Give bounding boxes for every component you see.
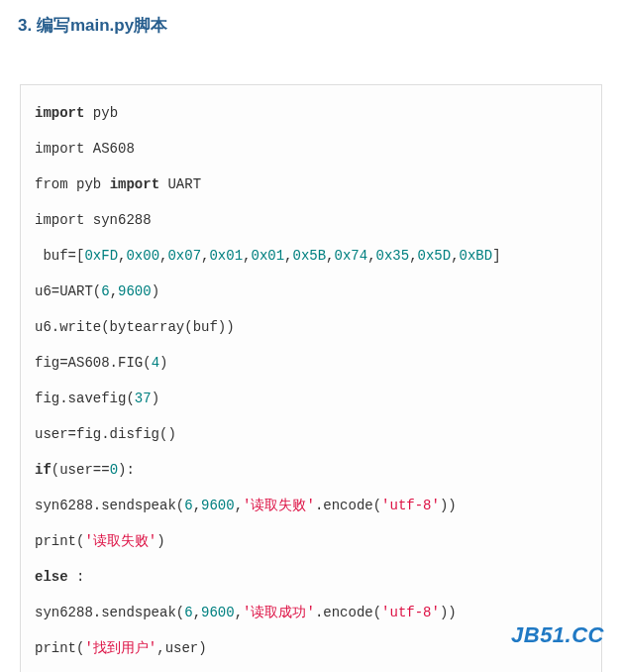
code-token: else (35, 569, 68, 585)
code-token: user=fig.disfig() (35, 426, 176, 442)
code-token: 'utf-8' (381, 605, 440, 620)
code-token: 0x74 (335, 248, 368, 264)
code-line: import syn6288 (35, 210, 587, 231)
code-token: import syn6288 (35, 212, 152, 228)
code-token: 0x01 (209, 248, 243, 264)
code-token: UART (159, 176, 201, 192)
code-token: 6 (184, 605, 192, 620)
code-token: (user== (52, 462, 110, 478)
code-token: syn6288.sendspeak( (35, 605, 184, 620)
code-token: , (326, 248, 334, 264)
code-token: import AS608 (35, 141, 135, 157)
code-line: from pyb import UART (35, 174, 587, 195)
code-token: print( (35, 640, 84, 656)
code-token: '读取成功' (243, 605, 315, 620)
code-token: , (235, 605, 243, 620)
code-token: fig=AS608.FIG( (35, 355, 152, 371)
code-token: ] (492, 248, 500, 264)
code-token: 0xBD (460, 248, 493, 264)
code-token: , (367, 248, 375, 264)
code-token: from pyb (35, 176, 110, 192)
code-line: print('找到用户',user) (35, 638, 587, 659)
code-token: 9600 (118, 283, 152, 299)
code-token: 6 (184, 498, 192, 513)
code-token: u6.write(bytearray(buf)) (35, 319, 235, 335)
code-token: 0x5B (293, 248, 327, 264)
code-token: 0x07 (167, 248, 201, 264)
code-line: import pyb (35, 103, 587, 124)
code-token: '读取失败' (84, 533, 156, 549)
code-token: , (110, 283, 118, 299)
code-token: ,user) (156, 640, 206, 656)
code-token: 4 (152, 355, 159, 371)
section-heading: 3. 编写main.py脚本 (0, 0, 622, 45)
code-token: 'utf-8' (381, 498, 440, 513)
code-token: ) (152, 283, 159, 299)
code-line: print('读取失败') (35, 531, 587, 552)
code-line: if(user==0): (35, 460, 587, 481)
code-token: .encode( (315, 605, 381, 620)
code-token: 6 (101, 283, 109, 299)
code-block: import pybimport AS608from pyb import UA… (35, 103, 587, 659)
code-token: 37 (135, 391, 152, 406)
code-token: : (68, 569, 85, 585)
code-token: 0 (110, 462, 118, 478)
code-line: fig=AS608.FIG(4) (35, 353, 587, 374)
code-line: else : (35, 567, 587, 588)
code-token: ) (156, 533, 164, 549)
code-token: )) (440, 498, 457, 513)
code-token: print( (35, 533, 84, 549)
code-token: 9600 (201, 605, 235, 620)
code-line: u6.write(bytearray(buf)) (35, 317, 587, 338)
code-token: .encode( (315, 498, 381, 513)
watermark-logo: JB51.CC (511, 622, 604, 648)
code-line: import AS608 (35, 139, 587, 160)
code-token: , (193, 605, 201, 620)
code-token: 0x35 (376, 248, 410, 264)
code-token: , (284, 248, 292, 264)
code-token: , (235, 498, 243, 513)
code-token: 9600 (201, 498, 235, 513)
code-line: buf=[0xFD,0x00,0x07,0x01,0x01,0x5B,0x74,… (35, 246, 587, 267)
code-token: ) (152, 391, 159, 406)
code-token: import (110, 176, 159, 192)
code-token: ): (118, 462, 135, 478)
code-token: if (35, 462, 52, 478)
code-token: import (35, 105, 84, 121)
code-line: syn6288.sendspeak(6,9600,'读取成功'.encode('… (35, 603, 587, 623)
code-token: , (193, 498, 201, 513)
code-token: 0x00 (126, 248, 159, 264)
code-token: u6=UART( (35, 283, 101, 299)
code-token: fig.savefig( (35, 391, 135, 406)
code-token: 0xFD (84, 248, 118, 264)
code-line: syn6288.sendspeak(6,9600,'读取失败'.encode('… (35, 496, 587, 516)
code-token: pyb (84, 105, 118, 121)
code-token: 0x5D (418, 248, 452, 264)
code-token: syn6288.sendspeak( (35, 498, 184, 513)
code-token: '读取失败' (243, 498, 315, 513)
code-line: fig.savefig(37) (35, 389, 587, 409)
code-block-container: import pybimport AS608from pyb import UA… (20, 84, 602, 672)
code-token: )) (440, 605, 457, 620)
code-token: , (409, 248, 417, 264)
code-token: '找到用户' (84, 640, 156, 656)
code-token: ) (159, 355, 167, 371)
code-line: user=fig.disfig() (35, 424, 587, 445)
code-token: 0x01 (251, 248, 284, 264)
code-token: buf=[ (35, 248, 84, 264)
code-token: , (451, 248, 459, 264)
code-line: u6=UART(6,9600) (35, 281, 587, 302)
